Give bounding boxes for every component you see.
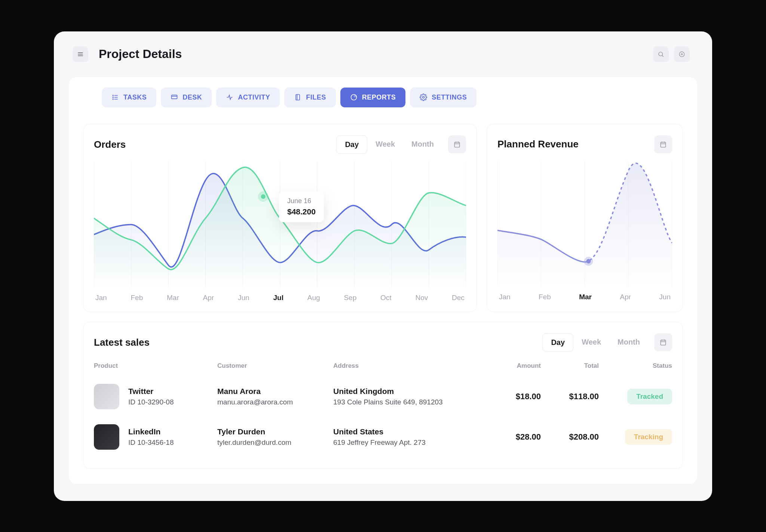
menu-button[interactable]	[73, 46, 88, 62]
sales-period-selector: Day Week Month	[542, 333, 648, 352]
svg-point-13	[113, 99, 113, 100]
orders-x-axis: Jan Feb Mar Apr Jun Jul Aug Sep Oct Nov …	[94, 288, 466, 302]
amount: $28.00	[483, 432, 541, 442]
sales-calendar-button[interactable]	[654, 333, 672, 351]
address-country: United Kingdom	[333, 387, 483, 396]
col-amount: Amount	[483, 362, 541, 370]
svg-rect-14	[172, 95, 177, 99]
svg-rect-37	[661, 142, 665, 147]
tab-label: TASKS	[123, 94, 147, 101]
settings-icon	[420, 94, 427, 101]
calendar-icon	[453, 141, 461, 148]
period-week[interactable]: Week	[573, 333, 609, 352]
orders-chart-svg	[94, 161, 466, 288]
tab-label: REPORTS	[362, 94, 396, 101]
page-title: Project Details	[99, 47, 182, 61]
search-button[interactable]	[653, 46, 669, 62]
revenue-chart-title: Planned Revenue	[497, 138, 579, 150]
tab-activity[interactable]: ACTIVITY	[216, 88, 280, 107]
orders-tooltip: June 16 $48.200	[279, 191, 324, 222]
address-country: United States	[333, 427, 483, 436]
period-month[interactable]: Month	[403, 135, 442, 154]
svg-line-4	[662, 55, 663, 56]
orders-chart-title: Orders	[94, 139, 126, 150]
tab-tasks[interactable]: TASKS	[102, 88, 156, 107]
calendar-icon	[659, 339, 667, 346]
tab-label: ACTIVITY	[238, 94, 270, 101]
svg-point-12	[113, 97, 113, 98]
menu-icon	[77, 51, 84, 58]
table-header: Product Customer Address Amount Total St…	[94, 362, 672, 376]
period-week[interactable]: Week	[367, 135, 403, 154]
customer-name: Tyler Durden	[217, 427, 333, 436]
main-card: TASKS DESK ACTIVITY FILES REPORTS SETTIN…	[69, 77, 697, 484]
sales-card: Latest sales Day Week Month Product Cust…	[83, 322, 683, 469]
svg-rect-48	[661, 340, 665, 345]
col-product: Product	[94, 362, 217, 370]
orders-period-selector: Day Week Month	[336, 135, 442, 154]
product-name: Twitter	[128, 387, 174, 396]
customer-email: tyler.durden@durd.com	[217, 438, 333, 447]
revenue-chart-body	[497, 161, 672, 287]
customer-name: Manu Arora	[217, 387, 333, 396]
tabs: TASKS DESK ACTIVITY FILES REPORTS SETTIN…	[102, 88, 683, 107]
add-button[interactable]	[674, 46, 690, 62]
search-icon	[658, 51, 664, 58]
sales-title: Latest sales	[94, 337, 150, 348]
total: $118.00	[541, 392, 599, 401]
status-badge: Tracked	[627, 389, 672, 404]
tab-desk[interactable]: DESK	[161, 88, 212, 107]
orders-chart-body: June 16 $48.200	[94, 161, 466, 288]
table-row[interactable]: LinkedIn ID 10-3456-18 Tyler Durden tyle…	[94, 417, 672, 457]
col-address: Address	[333, 362, 483, 370]
desk-icon	[171, 94, 178, 101]
revenue-chart-svg	[497, 161, 672, 287]
product-id: ID 10-3290-08	[128, 398, 174, 406]
total: $208.00	[541, 432, 599, 442]
app-window: Project Details TASKS DESK ACTIVITY	[54, 31, 712, 501]
address-line: 193 Cole Plains Suite 649, 891203	[333, 398, 445, 406]
product-image	[94, 424, 119, 450]
period-day[interactable]: Day	[542, 333, 573, 352]
status-badge: Tracking	[625, 429, 672, 445]
svg-point-36	[261, 194, 266, 199]
period-day[interactable]: Day	[336, 135, 367, 154]
product-image	[94, 384, 119, 409]
activity-icon	[226, 94, 233, 101]
svg-point-19	[423, 97, 425, 98]
address-line: 619 Jeffrey Freeway Apt. 273	[333, 438, 445, 447]
tab-files[interactable]: FILES	[284, 88, 336, 107]
customer-email: manu.arora@arora.com	[217, 398, 333, 406]
product-id: ID 10-3456-18	[128, 438, 174, 447]
reports-icon	[350, 94, 358, 101]
tab-settings[interactable]: SETTINGS	[410, 88, 477, 107]
svg-rect-16	[296, 95, 300, 100]
header: Project Details	[54, 31, 712, 70]
revenue-calendar-button[interactable]	[654, 135, 672, 153]
orders-chart-card: Orders Day Week Month	[83, 124, 477, 312]
tab-label: FILES	[306, 94, 326, 101]
tab-label: DESK	[183, 94, 202, 101]
plus-circle-icon	[678, 51, 685, 58]
charts-row: Orders Day Week Month	[83, 124, 683, 312]
col-status: Status	[599, 362, 672, 370]
period-month[interactable]: Month	[609, 333, 648, 352]
tooltip-date: June 16	[287, 197, 316, 205]
amount: $18.00	[483, 392, 541, 401]
svg-point-47	[586, 259, 591, 263]
product-name: LinkedIn	[128, 427, 174, 436]
col-customer: Customer	[217, 362, 333, 370]
tooltip-value: $48.200	[287, 207, 316, 216]
col-total: Total	[541, 362, 599, 370]
revenue-chart-card: Planned Revenue	[487, 124, 683, 312]
svg-rect-20	[454, 142, 459, 147]
table-row[interactable]: Twitter ID 10-3290-08 Manu Arora manu.ar…	[94, 376, 672, 417]
files-icon	[294, 94, 301, 101]
tab-label: SETTINGS	[432, 94, 467, 101]
revenue-x-axis: Jan Feb Mar Apr Jun	[497, 287, 672, 301]
svg-point-11	[113, 95, 113, 96]
orders-calendar-button[interactable]	[448, 135, 466, 153]
tasks-icon	[111, 94, 119, 101]
svg-point-3	[659, 52, 663, 56]
tab-reports[interactable]: REPORTS	[340, 88, 406, 107]
